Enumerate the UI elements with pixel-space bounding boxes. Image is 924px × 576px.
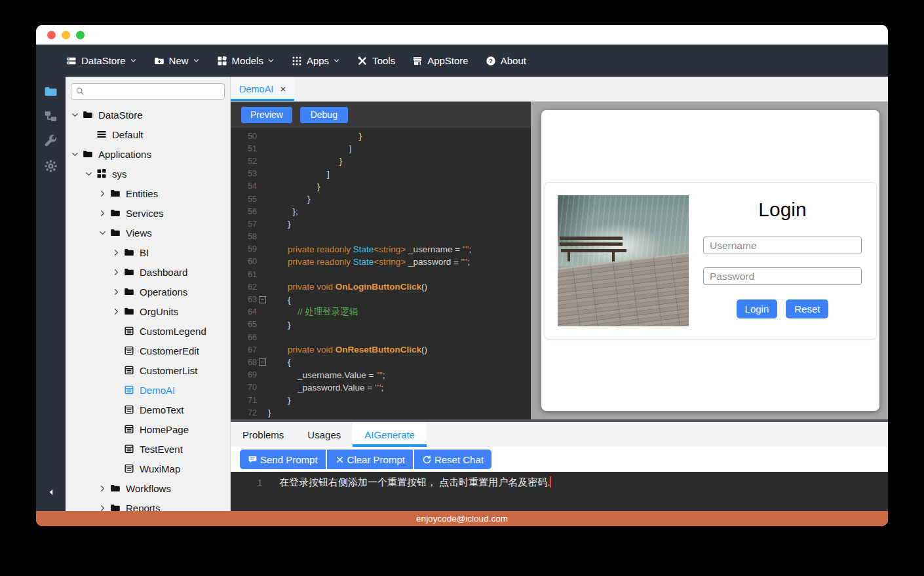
code-line-69: 69 _username.Value = ""; [231,369,531,381]
code-line-56: 56 }; [231,205,531,218]
collapse-left-icon [47,488,56,497]
bottom-tab-usages[interactable]: Usages [296,422,353,447]
tree-item-orgunits[interactable]: OrgUnits [66,301,230,321]
code-line-52: 52 } [231,155,531,167]
rail-tools-icon[interactable] [44,134,58,148]
code-area[interactable]: 50 }51 ]52 }53 ]54 }55 }56 };57 [231,128,531,419]
menu-models[interactable]: Models [217,55,275,66]
tree-item-reports[interactable]: Reports [66,498,230,511]
code-line-64: 64 // 处理登录逻辑 [231,306,531,318]
tree-item-testevent[interactable]: TestEvent [66,439,230,459]
prompt-text: 在登录按钮右侧添加一个重置按钮， 点击时重置用户名及密码. [279,476,551,511]
tree-item-dashboard[interactable]: Dashboard [66,262,230,282]
rail-explorer-icon[interactable] [44,85,58,98]
chevron-right-icon[interactable] [98,503,110,511]
chevron-right-icon[interactable] [112,248,124,257]
bottom-panel: ProblemsUsagesAIGenerate Send PromptClea… [231,419,888,511]
tree-item-entities[interactable]: Entities [66,183,230,203]
code-line-68: 68− { [231,356,531,368]
bottom-tab-aigenerate[interactable]: AIGenerate [353,422,427,447]
tree-item-customlegend[interactable]: CustomLegend [66,321,230,341]
menu-about[interactable]: ?About [486,55,526,66]
bench-graphic [560,237,626,264]
tree-item-sys[interactable]: sys [66,164,230,183]
tree-item-customeredit[interactable]: CustomerEdit [66,341,230,360]
tree-item-services[interactable]: Services [66,203,230,223]
chevron-right-icon[interactable] [98,484,110,493]
clear-prompt-button[interactable]: Clear Prompt [327,450,413,469]
tree-item-homepage[interactable]: HomePage [66,419,230,439]
tree-item-applications[interactable]: Applications [66,144,230,164]
tree-item-demoai[interactable]: DemoAI [66,380,230,400]
chevron-down-icon[interactable] [71,149,83,159]
tab-close-icon[interactable]: × [280,84,286,94]
chevron-spacer [85,130,96,139]
chevron-spacer [112,425,124,434]
menu-tools[interactable]: Tools [357,55,395,66]
search-input[interactable] [71,83,225,100]
tree-item-label: Dashboard [140,267,187,278]
rail-settings-icon[interactable] [44,159,58,173]
chevron-spacer [112,385,124,394]
chevron-down-icon[interactable] [85,169,96,178]
prompt-line-number: 1 [231,476,262,511]
code-line-67: 67 private void OnResetButtonClick() [231,343,531,356]
folder-icon [124,286,134,297]
tree-item-label: sys [112,168,127,180]
tab-active-underline [353,444,427,447]
login-photo [558,195,689,326]
tree-item-customerlist[interactable]: CustomerList [66,360,230,380]
chevron-spacer [112,444,124,453]
tree-item-workflows[interactable]: Workflows [66,478,230,498]
rail-hierarchy-icon[interactable] [44,109,58,123]
collapse-sidebar-button[interactable] [36,488,66,497]
tree-item-label: Operations [140,286,187,298]
chevron-right-icon[interactable] [112,267,124,277]
tab-demoai[interactable]: DemoAI × [231,77,294,101]
reset-button[interactable]: Reset [786,299,828,318]
tree-sidebar: DataStoreDefaultApplicationssysEntitiesS… [66,77,231,511]
chevron-down-icon[interactable] [98,228,110,237]
preview-button[interactable]: Preview [241,107,292,123]
tree-item-operations[interactable]: Operations [66,282,230,301]
chevron-down-icon[interactable] [71,110,83,119]
folder-icon [124,247,134,258]
chevron-right-icon[interactable] [98,208,110,218]
tree-item-bi[interactable]: BI [66,242,230,262]
bottom-tab-problems[interactable]: Problems [231,422,296,447]
chevron-down-icon [193,57,200,64]
zoom-window-button[interactable] [76,31,85,39]
chevron-spacer [112,464,124,473]
chevron-right-icon[interactable] [112,307,124,316]
code-editor: Preview Debug 50 }51 ]52 }53 ]54 [231,102,531,419]
chevron-right-icon[interactable] [98,189,110,198]
send-prompt-button[interactable]: Send Prompt [240,450,326,469]
code-line-51: 51 ] [231,142,531,155]
close-icon [335,455,345,465]
password-field[interactable] [703,267,862,285]
tree-item-datastore[interactable]: DataStore [66,105,230,125]
code-line-63: 63− { [231,293,531,305]
text-cursor [550,476,551,488]
tree-item-demotext[interactable]: DemoText [66,400,230,419]
login-button[interactable]: Login [737,299,778,318]
tree-item-views[interactable]: Views [66,223,230,242]
chat-icon [248,455,258,465]
menu-new[interactable]: New [154,55,200,66]
menu-apps[interactable]: Apps [292,55,340,66]
tree-item-label: DemoAI [140,385,175,396]
username-field[interactable] [703,237,862,254]
prompt-editor[interactable]: 1 在登录按钮右侧添加一个重置按钮， 点击时重置用户名及密码. [231,472,888,511]
chevron-right-icon[interactable] [112,287,124,296]
close-window-button[interactable] [47,31,56,39]
menu-appstore[interactable]: AppStore [412,55,469,66]
tree-item-wuximap[interactable]: WuxiMap [66,459,230,478]
tree-item-label: BI [140,247,149,258]
debug-button[interactable]: Debug [300,107,348,123]
tree-item-default[interactable]: Default [66,125,230,144]
minimize-window-button[interactable] [62,31,70,39]
tab-active-underline [231,99,294,101]
tree-item-label: Views [126,227,152,239]
reset-chat-button[interactable]: Reset Chat [414,450,491,469]
menu-datastore[interactable]: DataStore [66,55,137,66]
